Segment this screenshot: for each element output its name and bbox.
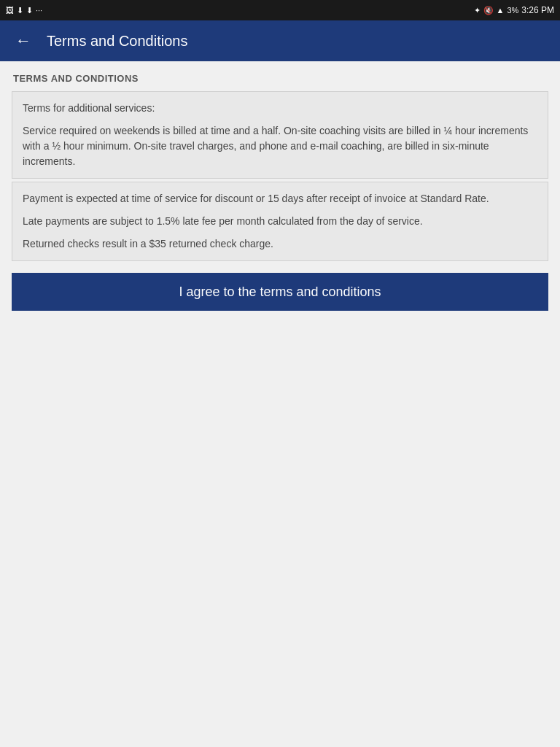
image-icon: 🖼 xyxy=(6,6,14,15)
app-bar-title: Terms and Conditions xyxy=(47,33,187,50)
status-bar-left: 🖼 ⬇ ⬇ ··· xyxy=(6,6,42,15)
section-header: TERMS AND CONDITIONS xyxy=(12,73,548,84)
status-bar-right: ✦ 🔇 ▲ 3% 3:26 PM xyxy=(474,5,555,15)
status-time: 3:26 PM xyxy=(521,5,554,15)
main-content: TERMS AND CONDITIONS Terms for additiona… xyxy=(0,61,560,322)
app-bar: ← Terms and Conditions xyxy=(0,20,560,61)
download2-icon: ⬇ xyxy=(26,6,33,15)
bluetooth-icon: ✦ xyxy=(474,6,481,15)
terms-block-1: Terms for additional services: Service r… xyxy=(12,91,548,179)
terms-block2-line3: Returned checks result in a $35 returned… xyxy=(23,236,537,252)
terms-block-2: Payment is expected at time of service f… xyxy=(12,182,548,261)
back-button[interactable]: ← xyxy=(12,29,35,53)
wifi-icon: ▲ xyxy=(497,6,505,15)
muted-icon: 🔇 xyxy=(483,6,494,15)
terms-block1-line1: Terms for additional services: xyxy=(23,101,537,116)
more-icon: ··· xyxy=(36,6,42,15)
terms-block1-line2: Service required on weekends is billed a… xyxy=(23,123,537,169)
status-bar: 🖼 ⬇ ⬇ ··· ✦ 🔇 ▲ 3% 3:26 PM xyxy=(0,0,560,20)
terms-block2-line1: Payment is expected at time of service f… xyxy=(23,191,537,206)
terms-block2-line2: Late payments are subject to 1.5% late f… xyxy=(23,214,537,229)
battery-level: 3% xyxy=(507,6,518,15)
agree-button[interactable]: I agree to the terms and conditions xyxy=(12,273,548,311)
download-icon: ⬇ xyxy=(17,6,23,15)
